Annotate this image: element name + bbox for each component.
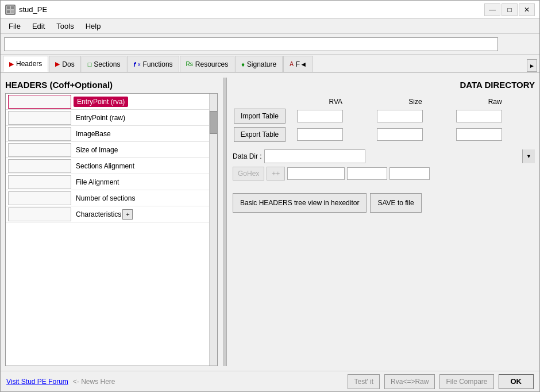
signature-tab-icon: ♦	[241, 61, 245, 68]
export-table-raw[interactable]	[456, 128, 502, 141]
dd-table: RVA Size Raw Import Table Exp	[233, 97, 535, 144]
toolbar-input[interactable]	[4, 37, 498, 51]
svg-rect-3	[7, 10, 10, 13]
field-value-characteristics[interactable]	[8, 207, 71, 221]
tab-signature[interactable]: ♦ Signature	[235, 56, 283, 72]
datadir-dropdown-arrow[interactable]: ▼	[522, 149, 535, 163]
import-table-rva[interactable]	[297, 110, 343, 122]
news-text: <- News Here	[73, 378, 344, 386]
toolbar	[1, 34, 539, 55]
field-label-file-alignment: File Alignment	[74, 178, 119, 186]
scrollbar-thumb	[210, 111, 218, 134]
tab-dos[interactable]: ▶ Dos	[49, 56, 80, 72]
datadir-select-wrapper: ▼	[264, 149, 535, 163]
field-row-num-sections: Number of sections	[6, 190, 217, 206]
functions-tab-icon: f	[133, 61, 136, 68]
close-button[interactable]: ✕	[519, 3, 535, 16]
tab-functions[interactable]: fx Functions	[127, 56, 179, 72]
ok-button[interactable]: OK	[499, 374, 534, 389]
main-window: stud_PE — □ ✕ File Edit Tools Help ▶ Hea…	[0, 0, 540, 392]
plus-plus-button[interactable]: ++	[267, 167, 285, 180]
title-bar: stud_PE — □ ✕	[1, 1, 539, 19]
menu-tools[interactable]: Tools	[51, 20, 79, 32]
menu-file[interactable]: File	[3, 20, 26, 32]
field-row-imagebase: ImageBase	[6, 126, 217, 142]
datadir-select-input[interactable]	[264, 149, 365, 163]
field-label-imagebase: ImageBase	[74, 130, 111, 138]
tab-farrow-label: F◄	[296, 60, 307, 68]
tab-f-arrow[interactable]: A F◄	[283, 56, 313, 72]
headers-section-title: HEADERS (Coff+Optional)	[5, 78, 218, 93]
save-to-file-button[interactable]: SAVE to file	[370, 193, 421, 213]
export-table-row: Export Table	[233, 125, 535, 144]
field-row-entrypoint-raw: EntryPoint (raw)	[6, 110, 217, 126]
field-label-characteristics: Characteristics	[74, 210, 121, 218]
go-hex-field3[interactable]	[389, 167, 430, 180]
col-rva: RVA	[296, 97, 376, 107]
app-icon	[5, 5, 16, 15]
go-hex-field1[interactable]	[287, 167, 345, 180]
characteristics-plus-button[interactable]: +	[122, 209, 133, 220]
field-value-imagebase[interactable]	[8, 127, 71, 141]
field-label-num-sections: Number of sections	[74, 194, 135, 202]
svg-rect-1	[7, 6, 10, 9]
tab-signature-label: Signature	[247, 60, 276, 68]
export-table-button[interactable]: Export Table	[234, 127, 286, 142]
field-value-file-alignment[interactable]	[8, 175, 71, 189]
tab-sections[interactable]: □ Sections	[82, 56, 127, 72]
rva-raw-button[interactable]: Rva<=>Raw	[384, 374, 435, 389]
import-table-raw[interactable]	[456, 110, 502, 122]
field-row-sections-alignment: Sections Alignment	[6, 158, 217, 174]
data-dir-label: Data Dir :	[233, 152, 262, 160]
field-label-entrypoint-rva: EntryPoint (rva)	[74, 97, 128, 107]
field-value-sections-alignment[interactable]	[8, 159, 71, 173]
resources-tab-icon: Rs	[186, 61, 193, 67]
col-size: Size	[376, 97, 456, 107]
col-raw: Raw	[455, 97, 535, 107]
minimize-button[interactable]: —	[484, 3, 500, 16]
datadir-row: Data Dir : ▼	[233, 149, 535, 163]
tabs-bar: ▶ Headers ▶ Dos □ Sections fx Functions …	[1, 55, 539, 73]
menu-edit[interactable]: Edit	[26, 20, 51, 32]
file-compare-button[interactable]: File Compare	[439, 374, 493, 389]
field-row-characteristics: Characteristics +	[6, 206, 217, 222]
field-row-size-of-image: Size of Image	[6, 142, 217, 158]
maximize-button[interactable]: □	[502, 3, 518, 16]
import-table-row: Import Table	[233, 107, 535, 125]
field-value-entrypoint-rva[interactable]	[8, 95, 71, 109]
status-bar: Visit Stud PE Forum <- News Here Test' i…	[1, 371, 539, 391]
export-table-size[interactable]	[377, 128, 423, 141]
import-table-size[interactable]	[377, 110, 423, 122]
go-hex-button[interactable]: GoHex	[233, 167, 264, 180]
dos-tab-icon: ▶	[55, 60, 60, 68]
main-content: HEADERS (Coff+Optional) EntryPoint (rva)…	[1, 73, 539, 371]
field-label-entrypoint-raw: EntryPoint (raw)	[74, 114, 125, 122]
data-directory-title: DATA DIRECTORY	[233, 78, 535, 93]
tabs-scroll-right[interactable]: ►	[527, 59, 537, 72]
field-value-entrypoint-raw[interactable]	[8, 111, 71, 125]
field-row-entrypoint-rva: EntryPoint (rva)	[6, 94, 217, 110]
forum-link[interactable]: Visit Stud PE Forum	[6, 378, 68, 386]
test-it-button[interactable]: Test' it	[348, 374, 380, 389]
bottom-action-buttons: Basic HEADERS tree view in hexeditor SAV…	[233, 193, 535, 213]
tab-functions-label: Functions	[143, 60, 173, 68]
tab-resources[interactable]: Rs Resources	[180, 56, 235, 72]
field-label-sections-alignment: Sections Alignment	[74, 162, 134, 170]
window-controls: — □ ✕	[484, 3, 535, 16]
field-list-scrollbar[interactable]	[209, 94, 217, 366]
vertical-divider	[223, 78, 227, 366]
hex-view-button[interactable]: Basic HEADERS tree view in hexeditor	[233, 193, 367, 213]
field-value-size-of-image[interactable]	[8, 143, 71, 157]
svg-rect-4	[11, 10, 14, 13]
field-value-num-sections[interactable]	[8, 191, 71, 205]
go-hex-row: GoHex ++	[233, 167, 535, 180]
export-table-rva[interactable]	[297, 128, 343, 141]
right-panel: DATA DIRECTORY RVA Size Raw Import Table	[233, 78, 535, 366]
menu-help[interactable]: Help	[80, 20, 107, 32]
import-table-button[interactable]: Import Table	[234, 109, 286, 124]
go-hex-field2[interactable]	[347, 167, 387, 180]
menu-bar: File Edit Tools Help	[1, 19, 539, 34]
sections-tab-icon: □	[88, 61, 92, 68]
tab-dos-label: Dos	[62, 60, 74, 68]
tab-headers[interactable]: ▶ Headers	[3, 56, 48, 72]
